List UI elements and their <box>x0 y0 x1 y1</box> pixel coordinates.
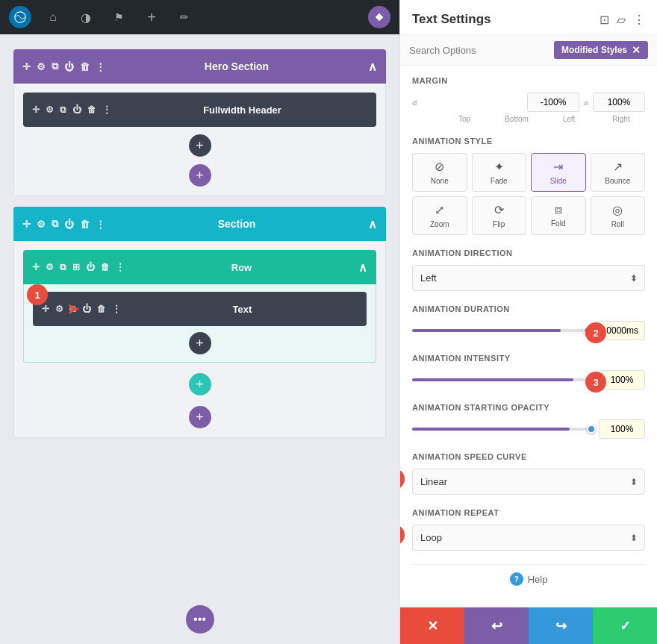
dots-fwh-icon[interactable]: ⋮ <box>102 104 111 115</box>
power-text-icon[interactable]: ⏻ <box>82 304 91 314</box>
anim-bounce-icon: ↗ <box>613 160 623 174</box>
anim-flip-btn[interactable]: ⟳ Flip <box>472 196 527 235</box>
save-button[interactable]: ✓ <box>593 607 657 644</box>
cancel-button[interactable]: ✕ <box>400 607 464 644</box>
power-fwh-icon[interactable]: ⏻ <box>72 104 81 115</box>
more-icon[interactable]: ⋮ <box>633 13 645 27</box>
hero-section-header[interactable]: ✛ ⚙ ⧉ ⏻ 🗑 ⋮ Hero Section ∧ <box>13 49 386 84</box>
anim-zoom-label: Zoom <box>430 220 449 228</box>
gear-section-icon[interactable]: ⚙ <box>37 219 46 230</box>
anim-bounce-btn[interactable]: ↗ Bounce <box>591 153 646 192</box>
trash-fwh-icon[interactable]: 🗑 <box>87 104 96 115</box>
add-fwh-icon[interactable]: ✛ <box>32 104 40 115</box>
add-row-section-button[interactable]: + <box>189 373 211 396</box>
anim-fold-label: Fold <box>551 219 565 228</box>
add-hero-icon[interactable]: ✛ <box>22 61 31 72</box>
speed-select-wrapper: Linear Ease Ease-In Ease-Out ⬍ <box>412 469 645 495</box>
row-block: ✛ ⚙ ⧉ ⊞ ⏻ 🗑 ⋮ Row ∧ <box>23 250 376 363</box>
anim-slide-btn[interactable]: ⇥ Slide <box>531 153 586 192</box>
top-bar: ⌂ ◑ ⚑ + ✏ <box>0 0 399 34</box>
help-row: ? Help <box>412 564 645 593</box>
row-chevron[interactable]: ∧ <box>358 260 367 275</box>
opacity-value[interactable]: 100% <box>599 419 645 439</box>
resize-icon[interactable]: ⊡ <box>600 13 609 27</box>
anim-roll-btn[interactable]: ◎ Roll <box>591 196 646 235</box>
anim-fade-icon: ✦ <box>494 160 504 174</box>
power-section-icon[interactable]: ⏻ <box>64 219 74 230</box>
modified-styles-badge[interactable]: Modified Styles ✕ <box>554 41 648 59</box>
margin-left-input[interactable] <box>527 93 579 112</box>
duration-slider-track[interactable] <box>412 329 588 332</box>
animation-speed-select[interactable]: Linear Ease Ease-In Ease-Out <box>412 469 645 495</box>
anim-zoom-btn[interactable]: ⤢ Zoom <box>412 196 467 235</box>
opacity-slider-thumb[interactable] <box>587 425 596 434</box>
trash-section-icon[interactable]: 🗑 <box>80 219 90 230</box>
copy-row-icon[interactable]: ⧉ <box>60 262 66 272</box>
margin-label: Margin <box>412 76 645 85</box>
dots-section-icon[interactable]: ⋮ <box>96 219 105 230</box>
add-row-icon[interactable]: ✛ <box>32 262 40 272</box>
text-module-title: Text <box>127 304 358 315</box>
redo-button[interactable]: ↪ <box>529 607 593 644</box>
anim-fade-btn[interactable]: ✦ Fade <box>472 153 527 192</box>
animation-repeat-select[interactable]: Loop Once Twice <box>412 525 645 551</box>
add-below-text-button[interactable]: + <box>189 332 211 354</box>
anim-none-btn[interactable]: ⊘ None <box>412 153 467 192</box>
anim-fold-btn[interactable]: ⧈ Fold <box>531 196 586 235</box>
copy-hero-icon[interactable]: ⧉ <box>52 60 58 72</box>
dots-row-icon[interactable]: ⋮ <box>116 262 125 272</box>
gear-fwh-icon[interactable]: ⚙ <box>46 104 54 115</box>
section-header[interactable]: ✛ ⚙ ⧉ ⏻ 🗑 ⋮ Section ∧ <box>13 207 386 241</box>
trash-text-icon[interactable]: 🗑 <box>97 304 106 314</box>
fullwidth-header-block[interactable]: ✛ ⚙ ⧉ ⏻ 🗑 ⋮ Fullwidth Header <box>23 93 376 127</box>
columns-row-icon[interactable]: ⊞ <box>72 262 80 272</box>
split-icon[interactable]: ▱ <box>617 13 626 27</box>
wordpress-icon[interactable] <box>9 6 31 28</box>
margin-top-label-spacer <box>412 115 436 123</box>
power-row-icon[interactable]: ⏻ <box>86 262 95 272</box>
trash-row-icon[interactable]: 🗑 <box>101 262 110 272</box>
hero-section-chevron[interactable]: ∧ <box>368 60 377 74</box>
trash-hero-icon[interactable]: 🗑 <box>80 61 90 72</box>
divi-icon[interactable] <box>368 6 390 28</box>
power-hero-icon[interactable]: ⏻ <box>64 61 74 72</box>
callout-4: 4 <box>400 469 405 490</box>
row-body: ✛ ⚙ ⧉ ⏻ 🗑 ⋮ Text ➤ <box>23 284 376 363</box>
opacity-slider-track[interactable] <box>412 428 591 431</box>
add-text-icon[interactable]: ✛ <box>42 304 49 314</box>
pencil-icon[interactable]: ✏ <box>173 6 196 28</box>
undo-button[interactable]: ↩ <box>464 607 529 644</box>
plus-icon[interactable]: + <box>140 6 163 28</box>
section-chevron[interactable]: ∧ <box>368 217 377 231</box>
house-icon[interactable]: ⌂ <box>42 6 64 28</box>
animation-speed-label: Animation Speed Curve <box>412 452 645 461</box>
text-module[interactable]: ✛ ⚙ ⧉ ⏻ 🗑 ⋮ Text <box>33 292 367 326</box>
help-label[interactable]: Help <box>528 574 548 585</box>
anim-bounce-label: Bounce <box>605 177 630 185</box>
copy-section-icon[interactable]: ⧉ <box>52 218 58 230</box>
flag-icon[interactable]: ⚑ <box>108 6 130 28</box>
gear-hero-icon[interactable]: ⚙ <box>37 61 46 72</box>
intensity-slider-track[interactable] <box>412 378 591 381</box>
palette-icon[interactable]: ◑ <box>75 6 97 28</box>
margin-right-label: Right <box>597 115 645 123</box>
add-row-hero-button[interactable]: + <box>189 164 211 187</box>
row-header[interactable]: ✛ ⚙ ⧉ ⊞ ⏻ 🗑 ⋮ Row ∧ <box>23 250 376 284</box>
gear-row-icon[interactable]: ⚙ <box>46 262 54 272</box>
copy-fwh-icon[interactable]: ⧉ <box>60 104 66 115</box>
margin-bottom-label: Bottom <box>493 115 541 123</box>
margin-inputs-row: ⌀ ⌀ <box>412 93 645 112</box>
more-options-button[interactable]: ••• <box>186 605 214 634</box>
add-section-icon[interactable]: ✛ <box>22 219 31 230</box>
gear-text-icon[interactable]: ⚙ <box>55 304 63 314</box>
anim-fade-label: Fade <box>491 177 508 185</box>
dots-text-icon[interactable]: ⋮ <box>112 304 121 314</box>
animation-direction-select[interactable]: Left Right Top Bottom <box>412 265 645 291</box>
add-below-fwh-button[interactable]: + <box>189 134 211 157</box>
margin-right-input[interactable] <box>593 93 645 112</box>
dots-hero-icon[interactable]: ⋮ <box>96 61 105 72</box>
add-section-button[interactable]: + <box>189 406 211 428</box>
search-input[interactable] <box>409 45 554 56</box>
modified-styles-label: Modified Styles <box>561 45 627 55</box>
modified-styles-close[interactable]: ✕ <box>632 44 641 56</box>
